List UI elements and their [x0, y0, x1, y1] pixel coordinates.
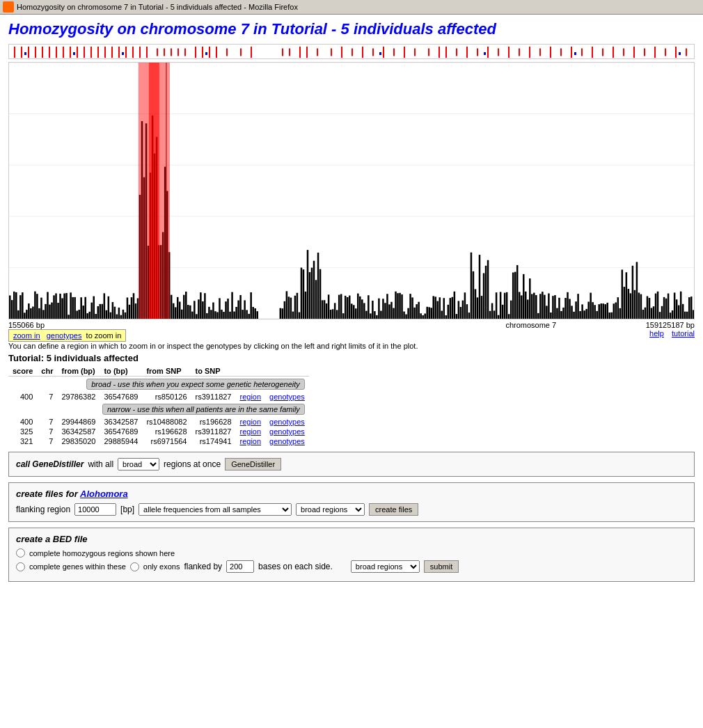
region-link[interactable]: region [240, 427, 262, 436]
svg-rect-35 [299, 47, 301, 58]
alohomora-region-select[interactable]: broad regionsnarrow regions [296, 503, 365, 516]
bp-right: 159125187 bp [644, 321, 695, 329]
genotypes-link[interactable]: genotypes [269, 437, 305, 445]
genotypes-link[interactable]: genotypes [47, 331, 82, 340]
svg-rect-57 [529, 47, 530, 58]
svg-rect-312 [477, 297, 479, 319]
flanking-input[interactable] [74, 503, 116, 516]
svg-rect-29 [226, 49, 228, 56]
svg-rect-390 [640, 294, 642, 319]
tutorial-link[interactable]: tutorial [672, 329, 695, 338]
chromosome-svg [9, 45, 694, 59]
svg-rect-407 [676, 299, 678, 319]
svg-rect-279 [407, 308, 409, 319]
svg-rect-205 [252, 307, 254, 319]
genotypes-link[interactable]: genotypes [269, 427, 305, 436]
col-link1 [236, 366, 266, 377]
help-link[interactable]: help [649, 329, 664, 338]
zoom-link[interactable]: zoom in [13, 331, 40, 340]
genedist-button[interactable]: GeneDistiller [225, 458, 281, 470]
svg-rect-124 [82, 306, 84, 319]
genotypes-link[interactable]: genotypes [269, 393, 305, 401]
help-links: help tutorial [644, 329, 695, 338]
svg-rect-287 [424, 313, 426, 319]
svg-rect-100 [32, 306, 34, 319]
svg-rect-94 [19, 295, 22, 319]
svg-rect-2 [28, 47, 29, 58]
genotypes-link[interactable]: genotypes [269, 418, 305, 426]
col-to-snp: to SNP [191, 366, 236, 377]
svg-rect-297 [445, 315, 448, 319]
svg-rect-222 [288, 296, 290, 319]
svg-rect-267 [382, 299, 384, 319]
svg-rect-3 [35, 47, 36, 58]
svg-rect-38 [331, 49, 332, 56]
region-link[interactable]: region [240, 437, 262, 445]
create-files-button[interactable]: create files [369, 503, 418, 516]
svg-rect-379 [617, 297, 619, 319]
bed-radio3[interactable] [130, 562, 139, 571]
svg-rect-259 [365, 311, 368, 319]
page-title: Homozygosity on chromosome 7 in Tutorial… [8, 20, 695, 38]
svg-rect-13 [104, 47, 106, 58]
svg-rect-178 [196, 314, 198, 319]
svg-rect-362 [581, 304, 583, 319]
svg-rect-350 [556, 308, 558, 319]
svg-rect-336 [527, 299, 529, 319]
svg-rect-262 [372, 301, 374, 319]
svg-rect-191 [223, 312, 225, 319]
svg-rect-365 [587, 302, 590, 319]
svg-rect-234 [313, 261, 315, 319]
svg-rect-335 [525, 292, 527, 319]
svg-rect-109 [51, 303, 53, 319]
svg-rect-145 [127, 297, 129, 319]
svg-rect-194 [229, 312, 231, 319]
svg-rect-28 [216, 47, 217, 58]
col-link2 [265, 366, 309, 377]
svg-rect-306 [464, 292, 466, 319]
svg-rect-199 [239, 295, 242, 319]
svg-rect-226 [297, 293, 299, 319]
bed-submit-button[interactable]: submit [424, 560, 459, 573]
svg-rect-247 [340, 294, 342, 319]
svg-rect-33 [282, 49, 283, 56]
svg-rect-137 [110, 312, 112, 319]
svg-rect-21 [164, 49, 165, 56]
region-link[interactable]: region [240, 393, 262, 401]
bed-region-select[interactable]: broad regionsnarrow regions [351, 560, 420, 573]
flanked-input[interactable] [226, 560, 254, 573]
svg-rect-46 [414, 49, 416, 56]
genedist-type-select[interactable]: broadnarrow [118, 458, 159, 470]
svg-rect-37 [317, 49, 318, 56]
svg-rect-408 [678, 306, 680, 319]
alohomora-link[interactable]: Alohomora [80, 489, 128, 499]
svg-rect-146 [129, 305, 131, 319]
region-link[interactable]: region [240, 418, 262, 426]
svg-rect-141 [118, 308, 120, 319]
svg-rect-261 [370, 313, 372, 319]
bed-radio2[interactable] [16, 562, 25, 571]
svg-rect-281 [411, 297, 413, 319]
bed-radio1[interactable] [16, 548, 25, 557]
svg-rect-91 [13, 292, 15, 319]
svg-rect-98 [28, 303, 30, 319]
svg-rect-393 [647, 296, 649, 319]
svg-rect-207 [256, 311, 258, 319]
svg-rect-203 [248, 314, 250, 319]
svg-rect-41 [362, 47, 363, 58]
table-row: 32573634258736547689rs196628rs3911827reg… [8, 427, 309, 436]
svg-rect-128 [90, 303, 93, 319]
freq-select[interactable]: allele frequencies from all samplesallel… [139, 503, 292, 516]
svg-rect-15 [118, 47, 120, 58]
svg-rect-289 [428, 307, 430, 319]
svg-rect-132 [100, 304, 102, 319]
svg-rect-69 [654, 47, 656, 58]
svg-rect-23 [177, 49, 179, 56]
svg-rect-326 [506, 292, 508, 319]
svg-rect-376 [611, 312, 613, 319]
svg-rect-8 [70, 47, 71, 58]
svg-rect-266 [380, 311, 382, 319]
svg-rect-352 [560, 311, 562, 319]
bp-right-area: 159125187 bp help tutorial [644, 321, 695, 338]
svg-rect-353 [562, 308, 564, 319]
